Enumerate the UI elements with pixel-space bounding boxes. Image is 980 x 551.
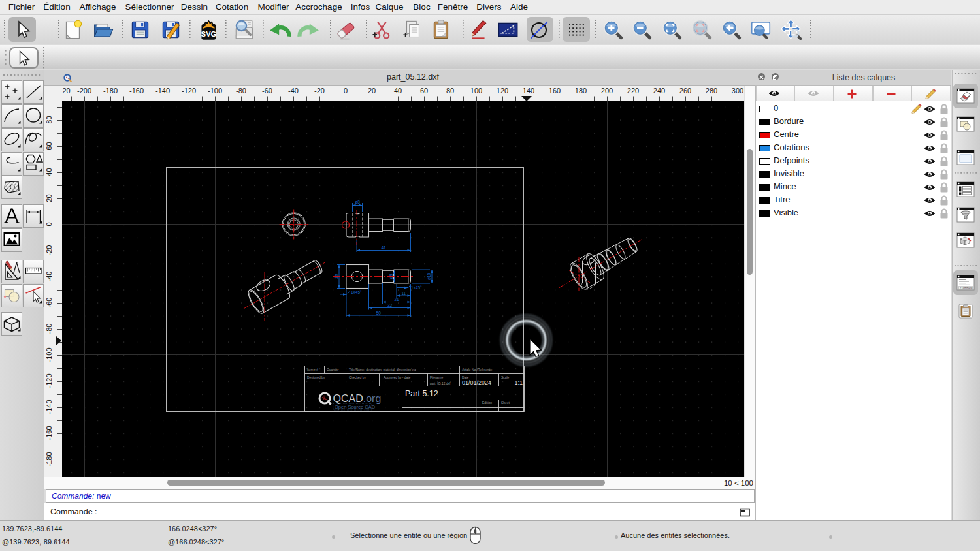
svg-text:200: 200 bbox=[601, 87, 613, 95]
svg-text:-140: -140 bbox=[45, 400, 53, 414]
svg-text:Article No./Reference: Article No./Reference bbox=[462, 368, 493, 371]
svg-text:120: 120 bbox=[497, 87, 508, 95]
svg-text:Filename: Filename bbox=[430, 376, 443, 379]
svg-text:180: 180 bbox=[575, 87, 587, 95]
svg-text:01/01/2024: 01/01/2024 bbox=[462, 379, 491, 386]
svg-text:20: 20 bbox=[45, 194, 53, 202]
svg-text:1x45°: 1x45° bbox=[351, 290, 362, 294]
svg-text:part_05.12.dxf: part_05.12.dxf bbox=[430, 382, 451, 385]
svg-text:Item ref: Item ref bbox=[307, 368, 318, 371]
svg-text:-140: -140 bbox=[155, 87, 170, 95]
svg-text:40: 40 bbox=[394, 87, 402, 95]
svg-text:40: 40 bbox=[45, 168, 53, 176]
svg-text:80: 80 bbox=[446, 87, 454, 95]
svg-text:20: 20 bbox=[368, 87, 376, 95]
svg-text:ø8: ø8 bbox=[355, 200, 360, 204]
svg-text:Scale: Scale bbox=[501, 376, 510, 379]
svg-text:220: 220 bbox=[627, 87, 639, 95]
svg-text:20: 20 bbox=[63, 87, 71, 95]
svg-text:280: 280 bbox=[706, 87, 717, 95]
svg-text:Checked by: Checked by bbox=[349, 376, 366, 379]
svg-text:> command: > command bbox=[960, 287, 972, 289]
svg-text:Part 5.12: Part 5.12 bbox=[405, 389, 438, 398]
svg-text:ø10: ø10 bbox=[427, 273, 431, 281]
svg-text:140: 140 bbox=[523, 87, 534, 95]
svg-text:-60: -60 bbox=[45, 298, 53, 308]
svg-text:-200: -200 bbox=[77, 87, 91, 95]
svg-text:300: 300 bbox=[732, 87, 743, 95]
svg-text:11: 11 bbox=[401, 291, 406, 296]
svg-text:-80: -80 bbox=[236, 87, 246, 95]
svg-text:260: 260 bbox=[679, 87, 691, 95]
svg-text:-160: -160 bbox=[129, 87, 144, 95]
svg-text:-100: -100 bbox=[208, 87, 222, 95]
svg-text:60: 60 bbox=[45, 142, 53, 150]
svg-text:240: 240 bbox=[653, 87, 665, 95]
svg-text:Quantity: Quantity bbox=[327, 368, 339, 371]
svg-text:21: 21 bbox=[394, 297, 399, 302]
svg-text:Approved by - date: Approved by - date bbox=[384, 376, 411, 379]
svg-text:41: 41 bbox=[381, 245, 386, 250]
svg-text:-40: -40 bbox=[45, 272, 53, 282]
svg-text:1x45°: 1x45° bbox=[411, 285, 422, 290]
svg-text:0: 0 bbox=[344, 87, 348, 95]
svg-text:32: 32 bbox=[387, 303, 393, 307]
svg-text:-20: -20 bbox=[314, 87, 325, 95]
svg-text:SVG: SVG bbox=[201, 30, 216, 38]
svg-text:Designed by: Designed by bbox=[307, 376, 325, 379]
svg-text:-120: -120 bbox=[45, 373, 53, 388]
svg-text:-60: -60 bbox=[262, 87, 272, 95]
svg-text:60: 60 bbox=[420, 87, 428, 95]
svg-text:Open Source CAD: Open Source CAD bbox=[335, 404, 376, 410]
svg-text:1:1: 1:1 bbox=[514, 379, 523, 386]
svg-text:Edition: Edition bbox=[482, 401, 492, 405]
svg-text:-160: -160 bbox=[45, 426, 53, 440]
svg-text:50: 50 bbox=[376, 311, 382, 315]
svg-text:-40: -40 bbox=[288, 87, 299, 95]
svg-text:Title/Name, destination, mater: Title/Name, destination, material, dimen… bbox=[349, 368, 416, 371]
svg-text:100: 100 bbox=[470, 87, 482, 95]
svg-text:Sheet: Sheet bbox=[501, 401, 510, 405]
svg-text:160: 160 bbox=[549, 87, 561, 95]
svg-text:QCAD.org: QCAD.org bbox=[333, 393, 382, 404]
svg-text:-80: -80 bbox=[45, 324, 53, 334]
svg-text:-180: -180 bbox=[103, 87, 118, 95]
svg-text:-180: -180 bbox=[45, 452, 53, 466]
svg-text:-20: -20 bbox=[45, 245, 53, 256]
svg-text:-100: -100 bbox=[45, 347, 53, 362]
svg-text:80: 80 bbox=[45, 116, 53, 123]
svg-text:-120: -120 bbox=[182, 87, 196, 95]
svg-text:0: 0 bbox=[45, 222, 53, 226]
